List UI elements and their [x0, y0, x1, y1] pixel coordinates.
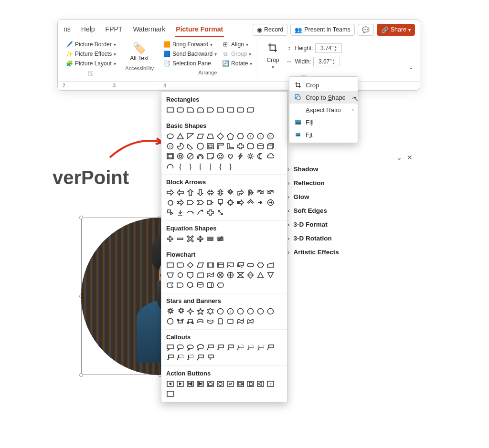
shape-fc-preparation[interactable] — [256, 261, 265, 269]
shape-action-movie[interactable] — [236, 380, 244, 388]
shape-fc-manual-op[interactable] — [166, 271, 174, 279]
shape-arrow-more4[interactable] — [166, 208, 174, 217]
shape-action-document[interactable] — [246, 380, 255, 388]
shape-bevel[interactable] — [166, 152, 174, 160]
shape-action-sound[interactable] — [256, 380, 265, 388]
shape-octagon[interactable]: 8 — [256, 132, 265, 140]
shape-plus[interactable] — [166, 235, 174, 243]
shape-arrow-uturn[interactable] — [246, 188, 255, 197]
shape-fc-offpage[interactable] — [186, 271, 194, 279]
selection-handle[interactable] — [79, 373, 83, 377]
shape-chord[interactable] — [186, 142, 194, 150]
shape-fc-alt[interactable] — [176, 261, 184, 269]
shape-fc-predefined[interactable] — [206, 261, 214, 269]
shape-scroll-v[interactable] — [216, 317, 224, 325]
shape-callout-line1[interactable] — [206, 344, 214, 352]
shape-scroll-h[interactable] — [226, 317, 234, 325]
shape-round-diag[interactable] — [246, 106, 255, 114]
shape-right-triangle[interactable] — [186, 132, 194, 140]
shape-arrow-more9[interactable] — [216, 208, 224, 217]
shape-fc-extract[interactable] — [256, 271, 265, 279]
shape-arrow-curved-r[interactable] — [256, 188, 265, 197]
fp-glow[interactable]: Glow — [287, 190, 415, 204]
shape-ribbon-curved-down[interactable] — [206, 317, 214, 325]
menu-item-crop-to-shape[interactable]: Crop to Shape › ↖ — [289, 91, 358, 104]
tab-watermark[interactable]: Watermark — [132, 22, 166, 37]
shape-fc-decision[interactable] — [186, 261, 194, 269]
shape-lightning[interactable] — [236, 152, 244, 160]
fp-3d-format[interactable]: 3-D Format — [287, 218, 415, 231]
shape-callout-line2[interactable] — [216, 344, 224, 352]
shape-arrow-down[interactable] — [196, 188, 204, 197]
shape-arrow-more1[interactable] — [246, 198, 255, 207]
shape-arrow-more8[interactable] — [206, 208, 214, 217]
shape-star8[interactable]: 8 — [226, 307, 234, 315]
shape-callout-line3[interactable] — [226, 344, 234, 352]
shape-snip-corner[interactable] — [186, 106, 194, 114]
shape-heart[interactable] — [226, 152, 234, 160]
shape-action-beginning[interactable] — [186, 380, 194, 388]
picture-effects-button[interactable]: ✨ Picture Effects ▾ — [64, 50, 118, 58]
shape-fc-data[interactable] — [196, 261, 204, 269]
shape-star4[interactable] — [186, 307, 194, 315]
selection-pane-button[interactable]: 📑 Selection Pane — [161, 59, 219, 68]
shape-arrow-callout-d[interactable] — [216, 198, 224, 207]
present-teams-button[interactable]: 👥 Present in Teams — [290, 24, 354, 36]
tab-picture-format[interactable]: Picture Format — [175, 22, 224, 37]
bring-forward-button[interactable]: 🟧 Bring Forward ▾ — [161, 40, 219, 49]
shape-moon[interactable] — [256, 152, 265, 160]
shape-parallelogram[interactable] — [196, 132, 204, 140]
shape-frame[interactable] — [206, 142, 214, 150]
picture-layout-button[interactable]: 🧩 Picture Layout ▾ — [64, 59, 118, 68]
shape-smiley[interactable] — [216, 152, 224, 160]
alt-text-button[interactable]: 🏷️ Alt Text — [127, 40, 151, 63]
shape-fc-tape[interactable] — [206, 271, 214, 279]
fp-shadow[interactable]: Shadow — [287, 162, 415, 176]
shape-pentagon[interactable] — [226, 132, 234, 140]
chevron-down-icon[interactable]: ⌄ — [396, 154, 402, 161]
shape-fc-collate[interactable] — [236, 271, 244, 279]
shape-snip-3[interactable] — [206, 106, 214, 114]
shape-equal[interactable] — [206, 235, 214, 243]
shape-can[interactable] — [256, 142, 265, 150]
shape-fc-merge[interactable] — [266, 271, 275, 279]
shape-callout-border1[interactable] — [236, 344, 244, 352]
shape-arrow-leftright[interactable] — [206, 188, 214, 197]
shape-fc-seq[interactable] — [186, 281, 194, 289]
shape-star6[interactable] — [206, 307, 214, 315]
shape-callout-rect[interactable] — [166, 344, 174, 352]
shape-star16[interactable] — [256, 307, 265, 315]
shape-arrow-quad[interactable] — [226, 188, 234, 197]
shape-brace-r[interactable]: } — [226, 162, 234, 170]
shape-fc-direct[interactable] — [206, 281, 214, 289]
chevron-down-icon[interactable]: ⌄ — [408, 63, 414, 71]
menu-item-fit[interactable]: Fit — [289, 128, 358, 141]
shape-callout-border3[interactable] — [256, 344, 265, 352]
shape-arrow-pentagon[interactable] — [186, 198, 194, 207]
shape-dodecagon[interactable]: 12 — [166, 142, 174, 150]
close-icon[interactable]: ✕ — [407, 154, 413, 161]
shape-folded-corner[interactable] — [206, 152, 214, 160]
shape-fc-sum[interactable] — [216, 271, 224, 279]
shape-snip-round[interactable] — [216, 106, 224, 114]
shape-star5[interactable] — [196, 307, 204, 315]
send-backward-button[interactable]: 🟦 Send Backward ▾ — [161, 50, 219, 58]
shape-bracket-l[interactable]: { — [176, 162, 184, 170]
shape-cross[interactable] — [236, 142, 244, 150]
fp-soft-edges[interactable]: Soft Edges — [287, 204, 415, 218]
spinner-icon[interactable]: ▴▾ — [335, 45, 340, 52]
shape-arrow-more6[interactable] — [186, 208, 194, 217]
shape-explosion-1[interactable] — [166, 307, 174, 315]
shape-oval[interactable] — [166, 132, 174, 140]
shape-callout-more3[interactable] — [196, 354, 204, 362]
shape-star7[interactable] — [216, 307, 224, 315]
shape-action-return[interactable] — [226, 380, 234, 388]
shape-star32[interactable] — [166, 317, 174, 325]
shape-minus[interactable] — [176, 235, 184, 243]
shape-bracket-r[interactable]: } — [186, 162, 194, 170]
fp-artistic[interactable]: Artistic Effects — [287, 245, 415, 259]
shape-arrow-callout-r[interactable] — [206, 198, 214, 207]
shape-callout-round[interactable] — [176, 344, 184, 352]
shape-l-shape[interactable] — [226, 142, 234, 150]
shape-heptagon[interactable]: 7 — [246, 132, 255, 140]
